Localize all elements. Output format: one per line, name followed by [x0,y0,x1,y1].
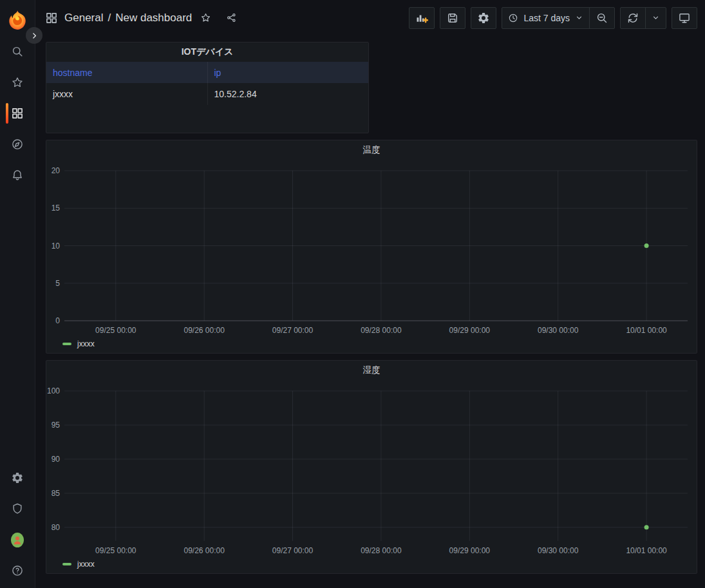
data-point [644,243,649,248]
x-tick-label: 09/26 00:00 [183,326,225,335]
y-tick-label: 10 [52,242,61,251]
x-tick-label: 09/30 00:00 [538,326,579,335]
panel-title[interactable]: 温度 [46,140,697,160]
dashboards-grid-icon [11,107,24,120]
sidebar-item-profile[interactable] [11,533,24,546]
y-tick-label: 0 [55,316,60,325]
x-tick-label: 09/30 00:00 [538,546,579,555]
time-range-label: Last 7 days [523,13,570,23]
refresh-interval-dropdown[interactable] [646,8,666,28]
user-avatar [11,533,24,547]
breadcrumb-folder[interactable]: General [64,12,103,24]
save-dashboard-button[interactable] [440,7,465,29]
x-tick-label: 09/26 00:00 [183,546,225,555]
caret-down-icon [575,14,583,22]
y-tick-label: 85 [52,489,61,498]
humidity-panel: 湿度 09/25 00:0009/26 00:0009/27 00:0009/2… [46,360,697,574]
share-dashboard-button[interactable] [226,12,243,23]
panel-title[interactable]: 湿度 [46,361,697,380]
sidebar-bottom-menu [11,471,24,577]
data-point [644,525,649,529]
question-circle-icon [11,564,24,577]
refresh-group [620,7,666,29]
y-tick-label: 100 [47,386,60,395]
compass-icon [11,138,24,151]
gear-icon [477,12,490,24]
sidebar-item-search[interactable] [11,45,24,58]
gear-icon [11,471,24,484]
star-dashboard-button[interactable] [200,12,218,23]
cell-ip: 10.52.2.84 [207,83,368,105]
humidity-chart: 09/25 00:0009/26 00:0009/27 00:0009/28 0… [46,380,697,574]
y-tick-label: 20 [52,166,61,175]
x-tick-label: 09/29 00:00 [449,326,491,335]
x-tick-label: 10/01 00:00 [626,546,667,555]
chevron-right-icon [30,32,39,40]
star-icon [11,76,24,89]
x-tick-label: 09/27 00:00 [272,546,314,555]
table-header-row: hostname ip [46,62,368,83]
sidebar-item-explore[interactable] [11,138,24,151]
time-range-picker[interactable]: Last 7 days [502,8,589,28]
breadcrumb: General / New dashboard [45,12,243,24]
top-navigation: General / New dashboard [35,0,705,35]
y-tick-label: 80 [52,523,61,532]
refresh-icon [626,12,639,24]
cell-hostname: jxxxx [46,83,207,105]
sidebar-item-help[interactable] [11,564,24,577]
sidebar-item-server-admin[interactable] [11,502,24,515]
legend-color-dash [62,563,71,565]
clock-icon [508,13,518,23]
legend: jxxxx [62,339,95,348]
tv-monitor-icon [678,12,691,24]
sidebar-item-dashboards[interactable] [11,107,24,120]
sidebar-expand-button[interactable] [26,27,42,44]
y-tick-label: 5 [55,279,60,288]
breadcrumb-separator: / [108,12,111,24]
sidebar-item-configuration[interactable] [11,471,24,484]
x-tick-label: 09/27 00:00 [272,326,314,335]
dashboard-toolbar: Last 7 days [409,7,697,29]
zoom-out-button[interactable] [590,8,614,28]
legend: jxxxx [62,560,95,569]
sidebar-menu [11,45,24,182]
shield-icon [11,502,24,515]
cycle-view-button[interactable] [672,7,697,29]
column-header-ip[interactable]: ip [207,62,368,83]
table-row: jxxxx 10.52.2.84 [46,83,368,105]
panel-title[interactable]: IOTデバイス [46,43,368,62]
breadcrumb-dashboard-title[interactable]: New dashboard [115,12,192,24]
share-icon [226,12,243,23]
refresh-button[interactable] [621,8,645,28]
x-tick-label: 09/25 00:00 [95,546,136,555]
caret-down-icon [652,14,660,22]
search-icon [11,45,24,58]
grafana-logo[interactable] [6,9,28,31]
legend-series-label[interactable]: jxxxx [77,339,95,348]
temperature-panel: 温度 09/25 00:0009/26 00:0009/27 00:0009/2… [46,140,697,354]
dashboard-canvas: IOTデバイス hostname ip jxxxx 10.52.2.84 [35,35,705,588]
table-panel: IOTデバイス hostname ip jxxxx 10.52.2.84 [46,42,369,133]
sidebar-item-starred[interactable] [11,76,24,89]
sidebar-item-alerting[interactable] [11,169,24,182]
bell-icon [11,169,24,182]
time-range-group: Last 7 days [502,7,615,29]
y-tick-label: 90 [52,455,61,464]
dashboard-settings-button[interactable] [471,7,496,29]
device-table: hostname ip jxxxx 10.52.2.84 [46,62,368,105]
legend-color-dash [62,343,71,345]
save-icon [446,12,459,24]
x-tick-label: 09/28 00:00 [361,326,402,335]
zoom-out-icon [596,12,608,24]
sidebar [0,0,35,588]
y-tick-label: 95 [52,421,61,430]
legend-series-label[interactable]: jxxxx [77,560,95,569]
temperature-chart: 09/25 00:0009/26 00:0009/27 00:0009/28 0… [46,160,697,354]
add-panel-button[interactable] [409,7,435,29]
x-tick-label: 09/28 00:00 [361,546,402,555]
star-icon [200,12,218,23]
x-tick-label: 10/01 00:00 [626,326,667,335]
column-header-hostname[interactable]: hostname [46,62,207,83]
grafana-flame-icon [6,9,28,31]
y-tick-label: 15 [52,204,61,213]
